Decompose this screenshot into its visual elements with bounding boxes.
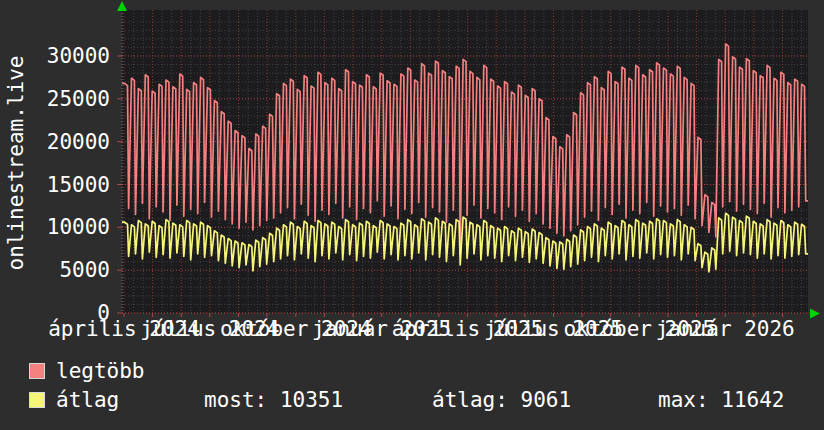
stat-max-label: max: bbox=[658, 388, 709, 412]
legend-row-legtobb: legtöbb bbox=[0, 362, 824, 388]
y-tick-label: 10000 bbox=[0, 215, 110, 239]
legend-row-atlag: átlag most: 10351 átlag: 9061 max: 11642 bbox=[0, 391, 824, 417]
y-tick-label: 15000 bbox=[0, 173, 110, 197]
rrdtool-graph: onlinestream.live 3000025000200001500010… bbox=[0, 0, 824, 430]
legend-label-legtobb: legtöbb bbox=[56, 359, 145, 383]
legend-swatch-legtobb bbox=[29, 363, 45, 379]
legend-label-atlag: átlag bbox=[56, 388, 119, 412]
y-tick-label: 20000 bbox=[0, 130, 110, 154]
stat-max: max: 11642 bbox=[658, 388, 784, 412]
y-tick-label: 30000 bbox=[0, 44, 110, 68]
stat-most-value: 10351 bbox=[280, 388, 343, 412]
y-tick-label: 5000 bbox=[0, 258, 110, 282]
y-axis-arrow-icon bbox=[117, 1, 127, 11]
stat-atlag: átlag: 9061 bbox=[432, 388, 571, 412]
y-tick-label: 25000 bbox=[0, 87, 110, 111]
x-tick-label: január 2026 bbox=[656, 317, 795, 341]
stat-atlag-value: 9061 bbox=[521, 388, 572, 412]
x-axis-arrow-icon bbox=[810, 309, 820, 319]
stat-atlag-label: átlag: bbox=[432, 388, 508, 412]
stat-most: most: 10351 bbox=[204, 388, 343, 412]
stat-max-value: 11642 bbox=[721, 388, 784, 412]
legend-swatch-atlag bbox=[29, 392, 45, 408]
stat-most-label: most: bbox=[204, 388, 267, 412]
